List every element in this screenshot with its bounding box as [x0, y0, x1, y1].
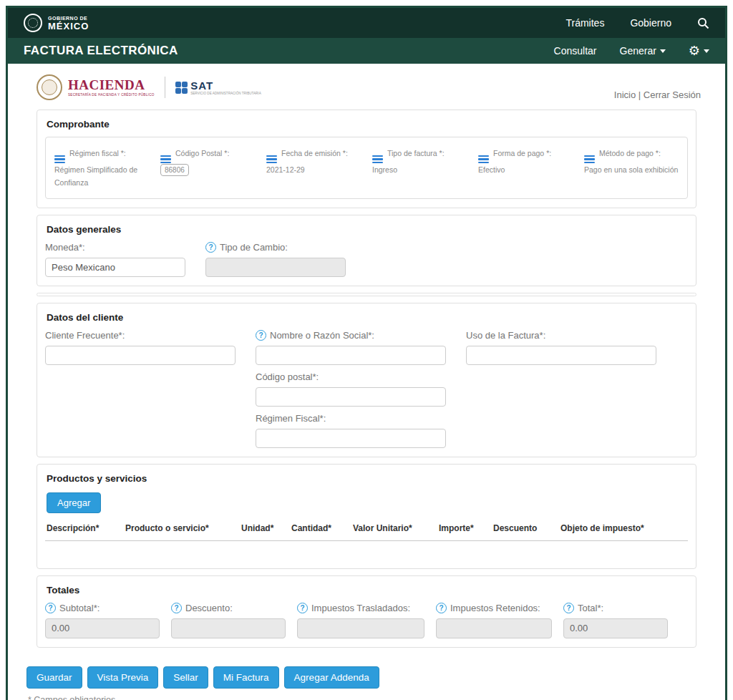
gob-logo-line1: GOBIERNO DE: [48, 16, 89, 21]
col-cantidad: Cantidad*: [291, 523, 353, 533]
moneda-group: Moneda*:: [45, 242, 185, 277]
moneda-label: Moneda*:: [45, 242, 185, 253]
tipo-factura-field: Tipo de factura *: Ingreso: [372, 147, 467, 190]
field-value: Efectivo: [478, 165, 505, 174]
settings-menu[interactable]: ⚙: [689, 44, 709, 57]
tipo-cambio-label: Tipo de Cambio:: [220, 242, 288, 253]
field-menu-icon[interactable]: [584, 155, 595, 164]
cliente-frecuente-label: Cliente Frecuente*:: [45, 330, 236, 341]
help-icon[interactable]: ?: [171, 603, 182, 613]
nombre-razon-input[interactable]: [256, 346, 446, 365]
help-icon[interactable]: ?: [297, 603, 308, 613]
required-fields-note: * Campos obligatorios: [28, 695, 708, 700]
hacienda-title: HACIENDA: [68, 78, 155, 92]
uso-factura-label: Uso de la Factura*:: [466, 330, 656, 341]
consultar-link[interactable]: Consultar: [554, 45, 597, 57]
action-buttons: Guardar Vista Previa Sellar Mi Factura A…: [26, 666, 708, 689]
productos-title: Productos y servicios: [47, 473, 688, 484]
codigo-postal-field: Código Postal *: 86806: [160, 147, 255, 190]
field-value: Pago en una sola exhibición: [584, 165, 678, 174]
col-unidad: Unidad*: [241, 523, 291, 533]
inicio-link[interactable]: Inicio: [614, 89, 636, 100]
app-nav: Consultar Generar ⚙: [554, 44, 709, 57]
field-label: Código Postal *:: [175, 149, 229, 157]
field-menu-icon[interactable]: [160, 155, 171, 164]
forma-pago-field: Forma de pago *: Efectivo: [478, 147, 573, 190]
sat-subtitle: SERVICIO DE ADMINISTRACIÓN TRIBUTARIA: [190, 92, 261, 95]
gear-icon: ⚙: [689, 44, 700, 57]
mi-factura-button[interactable]: Mi Factura: [213, 666, 279, 689]
search-icon[interactable]: [697, 17, 709, 29]
help-icon[interactable]: ?: [45, 603, 56, 613]
help-icon[interactable]: ?: [205, 242, 216, 253]
vista-previa-button[interactable]: Vista Previa: [87, 666, 159, 689]
impuestos-retenidos-group: ?Impuestos Retenidos:: [436, 603, 552, 638]
field-value: Ingreso: [372, 165, 397, 174]
help-icon[interactable]: ?: [436, 603, 447, 613]
agregar-addenda-button[interactable]: Agregar Addenda: [284, 666, 379, 689]
field-label: Método de pago *:: [599, 149, 661, 157]
cliente-codigo-postal-group: Código postal*:: [256, 371, 446, 407]
codigo-postal-value[interactable]: 86806: [160, 164, 189, 176]
field-menu-icon[interactable]: [54, 155, 65, 164]
fecha-emision-field: Fecha de emisión *: 2021-12-29: [266, 147, 361, 190]
field-menu-icon[interactable]: [372, 155, 383, 164]
subtotal-group: ?Subtotal*:: [45, 603, 160, 638]
sellar-button[interactable]: Sellar: [163, 666, 208, 689]
gobierno-mexico-logo[interactable]: GOBIERNO DE MÉXICO: [24, 14, 89, 32]
uso-factura-input[interactable]: [466, 346, 656, 365]
descuento-group: ?Descuento:: [171, 603, 286, 638]
cliente-regimen-fiscal-label: Régimen Fiscal*:: [256, 413, 446, 424]
branding-row: HACIENDA SECRETARÍA DE HACIENDA Y CRÉDIT…: [25, 64, 708, 110]
help-icon[interactable]: ?: [563, 603, 574, 613]
descuento-input: [171, 618, 286, 638]
cliente-regimen-fiscal-group: Régimen Fiscal*:: [256, 413, 446, 448]
sat-squares-icon: [175, 82, 188, 94]
generar-menu[interactable]: Generar: [620, 45, 666, 57]
total-label: Total*:: [578, 603, 603, 613]
field-value: 2021-12-29: [266, 165, 305, 174]
page-frame: GOBIERNO DE MÉXICO Trámites Gobierno FAC…: [6, 6, 727, 700]
field-label: Fecha de emisión *:: [281, 149, 348, 157]
productos-empty-area: [45, 541, 688, 560]
tipo-cambio-input: [205, 258, 346, 277]
subtotal-label: Subtotal*:: [59, 603, 99, 613]
comprobante-fields-box: Régimen fiscal *: Régimen Simplificado d…: [45, 137, 688, 199]
help-icon[interactable]: ?: [256, 330, 266, 341]
field-label: Régimen fiscal *:: [69, 149, 126, 157]
cerrar-sesion-link[interactable]: Cerrar Sesión: [644, 89, 701, 100]
hacienda-subtitle: SECRETARÍA DE HACIENDA Y CRÉDITO PÚBLICO: [68, 93, 155, 97]
sat-title: SAT: [190, 80, 261, 91]
total-input: [563, 618, 668, 638]
datos-generales-title: Datos generales: [47, 224, 688, 235]
hacienda-seal-icon: [37, 74, 62, 100]
hacienda-logo: HACIENDA SECRETARÍA DE HACIENDA Y CRÉDIT…: [68, 78, 155, 97]
nombre-razon-group: ?Nombre o Razón Social*:: [256, 330, 446, 365]
col-descripcion: Descripción*: [47, 523, 125, 533]
cliente-codigo-postal-input[interactable]: [256, 387, 446, 407]
impuestos-trasladados-input: [297, 618, 424, 638]
impuestos-retenidos-label: Impuestos Retenidos:: [450, 603, 540, 613]
cliente-regimen-fiscal-input[interactable]: [256, 429, 446, 448]
nav-tramites-link[interactable]: Trámites: [565, 17, 604, 29]
regimen-fiscal-field: Régimen fiscal *: Régimen Simplificado d…: [54, 147, 149, 190]
total-group: ?Total*:: [563, 603, 668, 638]
sat-logo: SAT SERVICIO DE ADMINISTRACIÓN TRIBUTARI…: [175, 80, 261, 95]
field-menu-icon[interactable]: [266, 155, 277, 164]
chevron-down-icon: [704, 49, 709, 53]
moneda-input[interactable]: [45, 258, 185, 277]
agregar-button[interactable]: Agregar: [47, 492, 101, 513]
cliente-frecuente-input[interactable]: [45, 346, 236, 365]
col-valor-unitario: Valor Unitario*: [353, 523, 439, 533]
comprobante-title: Comprobante: [47, 119, 688, 130]
field-menu-icon[interactable]: [478, 155, 489, 164]
app-title: FACTURA ELECTRÓNICA: [24, 44, 178, 58]
nombre-razon-label: Nombre o Razón Social*:: [270, 330, 374, 341]
datos-cliente-panel: Datos del cliente Cliente Frecuente*: ?N…: [37, 303, 696, 457]
datos-cliente-title: Datos del cliente: [47, 312, 688, 323]
guardar-button[interactable]: Guardar: [26, 666, 82, 689]
mexico-seal-icon: [24, 14, 42, 32]
productos-table-header: Descripción* Producto o servicio* Unidad…: [45, 523, 688, 541]
session-links: Inicio | Cerrar Sesión: [614, 89, 701, 100]
nav-gobierno-link[interactable]: Gobierno: [630, 17, 671, 29]
